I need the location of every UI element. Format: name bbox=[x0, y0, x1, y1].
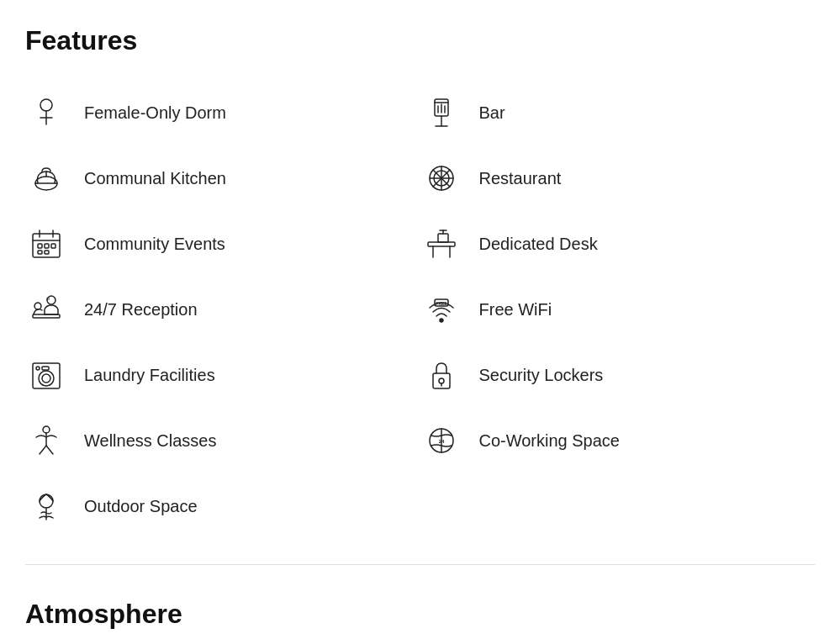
svg-text:FREE: FREE bbox=[436, 301, 447, 306]
feature-item-female-only-dorm: Female-Only Dorm bbox=[25, 80, 420, 145]
svg-point-22 bbox=[36, 367, 40, 370]
svg-point-45 bbox=[440, 319, 443, 322]
events-icon bbox=[25, 223, 67, 265]
feature-item-free-wifi: FREE Free WiFi bbox=[420, 277, 816, 342]
svg-rect-12 bbox=[51, 244, 55, 248]
feature-label-communal-kitchen: Communal Kitchen bbox=[84, 169, 226, 188]
reception-icon: 24 bbox=[25, 288, 67, 330]
lockers-icon bbox=[420, 354, 462, 396]
feature-label-free-wifi: Free WiFi bbox=[479, 300, 552, 320]
wifi-icon: FREE bbox=[420, 288, 462, 330]
kitchen-icon bbox=[25, 157, 67, 199]
features-left-col: Female-Only Dorm Communal Kitchen bbox=[25, 80, 420, 539]
wellness-icon bbox=[25, 420, 67, 462]
atmosphere-title: Atmosphere bbox=[25, 599, 815, 630]
svg-rect-23 bbox=[42, 367, 49, 370]
features-right-col: Bar Restaurant bbox=[420, 80, 816, 539]
section-divider bbox=[25, 564, 815, 565]
svg-rect-11 bbox=[45, 244, 49, 248]
feature-label-female-only-dorm: Female-Only Dorm bbox=[84, 103, 226, 123]
svg-point-20 bbox=[39, 371, 54, 386]
features-title: Features bbox=[25, 25, 815, 56]
svg-point-25 bbox=[40, 494, 53, 508]
svg-point-24 bbox=[43, 426, 50, 433]
svg-text:24: 24 bbox=[438, 439, 444, 444]
svg-point-21 bbox=[42, 374, 50, 383]
svg-point-0 bbox=[40, 99, 52, 111]
feature-label-security-lockers: Security Lockers bbox=[479, 366, 604, 385]
laundry-icon bbox=[25, 354, 67, 396]
feature-item-communal-kitchen: Communal Kitchen bbox=[25, 145, 420, 211]
features-grid: Female-Only Dorm Communal Kitchen bbox=[25, 80, 815, 539]
svg-rect-16 bbox=[33, 314, 60, 318]
feature-item-wellness: Wellness Classes bbox=[25, 408, 420, 473]
svg-rect-14 bbox=[45, 251, 49, 254]
feature-label-outdoor: Outdoor Space bbox=[84, 497, 198, 516]
restaurant-icon bbox=[420, 157, 462, 199]
feature-label-coworking: Co-Working Space bbox=[479, 431, 620, 451]
svg-point-17 bbox=[34, 303, 41, 309]
feature-label-wellness: Wellness Classes bbox=[84, 431, 216, 451]
feature-item-dedicated-desk: Dedicated Desk bbox=[420, 211, 816, 277]
svg-rect-10 bbox=[38, 244, 42, 248]
desk-icon bbox=[420, 223, 462, 265]
feature-label-bar: Bar bbox=[479, 103, 505, 123]
feature-label-community-events: Community Events bbox=[84, 235, 225, 254]
svg-text:24: 24 bbox=[46, 297, 50, 301]
feature-label-laundry: Laundry Facilities bbox=[84, 366, 215, 385]
feature-item-bar: Bar bbox=[420, 80, 816, 145]
outdoor-icon bbox=[25, 485, 67, 527]
feature-item-outdoor: Outdoor Space bbox=[25, 473, 420, 539]
feature-item-security-lockers: Security Lockers bbox=[420, 342, 816, 408]
coworking-icon: 24 bbox=[420, 420, 462, 462]
bar-icon bbox=[420, 92, 462, 134]
feature-item-laundry: Laundry Facilities bbox=[25, 342, 420, 408]
atmosphere-section: Atmosphere Relaxed Party bbox=[25, 599, 815, 639]
feature-label-restaurant: Restaurant bbox=[479, 169, 562, 188]
feature-item-community-events: Community Events bbox=[25, 211, 420, 277]
svg-rect-42 bbox=[438, 234, 448, 242]
feature-label-reception: 24/7 Reception bbox=[84, 300, 198, 320]
feature-item-reception: 24 24/7 Reception bbox=[25, 277, 420, 342]
female-icon bbox=[25, 92, 67, 134]
feature-item-coworking: 24 Co-Working Space bbox=[420, 408, 816, 473]
svg-point-49 bbox=[439, 378, 444, 383]
svg-rect-13 bbox=[38, 251, 42, 254]
feature-item-restaurant: Restaurant bbox=[420, 145, 816, 211]
feature-label-dedicated-desk: Dedicated Desk bbox=[479, 235, 598, 254]
